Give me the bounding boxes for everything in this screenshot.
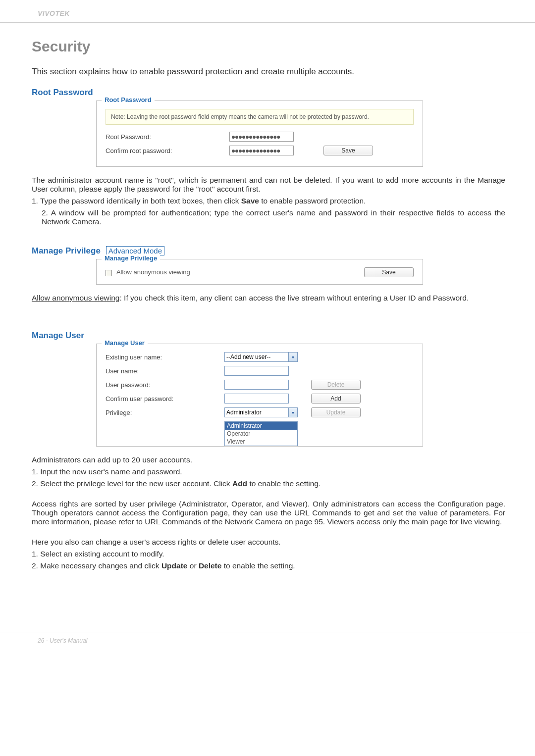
allow-anonymous-label: Allow anonymous viewing bbox=[116, 268, 190, 276]
privilege-option-operator[interactable]: Operator bbox=[225, 430, 297, 438]
confirm-root-label: Confirm root password: bbox=[106, 147, 229, 154]
mu-modify-step-1: 1. Select an existing account to modify. bbox=[32, 550, 505, 558]
root-password-input[interactable]: ●●●●●●●●●●●●●● bbox=[229, 132, 294, 142]
root-step-1: 1. Type the password identically in both… bbox=[32, 197, 505, 205]
privilege-dropdown-open[interactable]: Administrator Operator Viewer bbox=[224, 421, 298, 446]
user-password-label: User password: bbox=[106, 381, 224, 389]
page-header: VIVOTEK bbox=[0, 0, 535, 23]
manage-user-panel: Manage User Existing user name: ▾ User n… bbox=[96, 344, 423, 447]
privilege-select-value[interactable] bbox=[224, 407, 289, 417]
allow-anonymous-checkbox[interactable] bbox=[106, 270, 112, 276]
footer-text: 26 - User's Manual bbox=[38, 637, 87, 644]
root-save-button[interactable]: Save bbox=[323, 146, 373, 155]
intro-paragraph: This section explains how to enable pass… bbox=[32, 67, 505, 77]
root-password-panel: Root Password Note: Leaving the root pas… bbox=[96, 101, 423, 167]
confirm-user-password-input[interactable] bbox=[224, 394, 289, 403]
existing-user-label: Existing user name: bbox=[106, 353, 224, 361]
user-password-input[interactable] bbox=[224, 380, 289, 390]
root-explain-paragraph: The administrator account name is "root"… bbox=[32, 176, 505, 194]
root-step-2: 2. A window will be prompted for authent… bbox=[32, 208, 505, 226]
privilege-label: Privilege: bbox=[106, 409, 224, 416]
existing-user-select[interactable]: ▾ bbox=[224, 352, 298, 362]
privilege-save-button[interactable]: Save bbox=[364, 267, 414, 277]
root-password-note: Note: Leaving the root password field em… bbox=[106, 109, 414, 125]
chevron-down-icon[interactable]: ▾ bbox=[289, 352, 298, 362]
mu-step-2: 2. Select the privilege level for the ne… bbox=[32, 479, 505, 488]
save-keyword: Save bbox=[241, 197, 259, 205]
mu-intro: Administrators can add up to 20 user acc… bbox=[32, 455, 505, 464]
page-body: Security This section explains how to en… bbox=[0, 23, 535, 593]
delete-keyword: Delete bbox=[199, 561, 222, 570]
privilege-select[interactable]: ▾ bbox=[224, 407, 298, 417]
brand-text: VIVOTEK bbox=[38, 9, 70, 17]
manage-privilege-panel: Manage Privilege Allow anonymous viewing… bbox=[96, 259, 423, 285]
confirm-user-password-label: Confirm user password: bbox=[106, 395, 224, 403]
page-footer: 26 - User's Manual bbox=[0, 633, 535, 664]
root-password-label: Root Password: bbox=[106, 133, 229, 141]
add-keyword: Add bbox=[232, 479, 247, 488]
mu-rights-paragraph: Access rights are sorted by user privile… bbox=[32, 500, 505, 526]
allow-anonymous-row: Allow anonymous viewing bbox=[106, 268, 190, 276]
panel-legend: Root Password bbox=[102, 96, 155, 103]
user-name-label: User name: bbox=[106, 367, 224, 375]
privilege-option-administrator[interactable]: Administrator bbox=[225, 422, 297, 430]
user-name-input[interactable] bbox=[224, 366, 289, 376]
confirm-root-row: Confirm root password: ●●●●●●●●●●●●●● Sa… bbox=[106, 146, 414, 155]
mu-modify-step-2: 2. Make necessary changes and click Upda… bbox=[32, 561, 505, 570]
allow-anonymous-term: Allow anonymous viewing bbox=[32, 294, 119, 302]
existing-user-value[interactable] bbox=[224, 352, 289, 362]
delete-user-button[interactable]: Delete bbox=[311, 380, 361, 390]
root-password-row: Root Password: ●●●●●●●●●●●●●● bbox=[106, 132, 414, 142]
update-keyword: Update bbox=[161, 561, 188, 570]
page-title: Security bbox=[32, 38, 505, 55]
panel-legend: Manage Privilege bbox=[102, 254, 160, 262]
anonymous-explain-paragraph: Allow anonymous viewing: If you check th… bbox=[32, 294, 505, 302]
mu-modify-intro: Here you also can change a user's access… bbox=[32, 538, 505, 547]
chevron-down-icon[interactable]: ▾ bbox=[289, 407, 298, 417]
panel-legend: Manage User bbox=[102, 339, 148, 347]
update-user-button[interactable]: Update bbox=[311, 407, 361, 417]
add-user-button[interactable]: Add bbox=[311, 394, 361, 403]
mu-step-1: 1. Input the new user's name and passwor… bbox=[32, 467, 505, 476]
confirm-root-input[interactable]: ●●●●●●●●●●●●●● bbox=[229, 146, 294, 155]
privilege-option-viewer[interactable]: Viewer bbox=[225, 438, 297, 446]
